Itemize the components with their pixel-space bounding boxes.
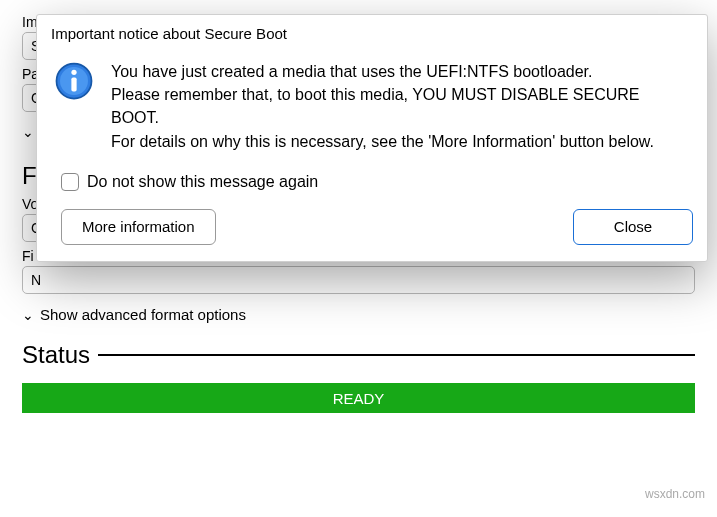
dialog-line1: You have just created a media that uses … xyxy=(111,63,592,80)
divider xyxy=(98,354,695,356)
file-system-value: N xyxy=(31,272,41,288)
status-bar: READY xyxy=(22,383,695,413)
close-label: Close xyxy=(614,218,652,235)
dialog-line3: For details on why this is necessary, se… xyxy=(111,133,654,150)
advanced-format-label: Show advanced format options xyxy=(40,306,246,323)
svg-rect-3 xyxy=(71,78,76,92)
svg-point-2 xyxy=(71,70,76,75)
format-options-heading: F xyxy=(22,162,37,190)
status-heading: Status xyxy=(22,341,90,369)
secure-boot-dialog: Important notice about Secure Boot You h… xyxy=(36,14,708,262)
dont-show-again-label: Do not show this message again xyxy=(87,173,318,191)
chevron-down-icon: ⌄ xyxy=(22,124,34,140)
dialog-line2: Please remember that, to boot this media… xyxy=(111,86,640,126)
dont-show-again-checkbox[interactable] xyxy=(61,173,79,191)
info-icon xyxy=(53,60,95,102)
status-heading-row: Status xyxy=(22,341,695,369)
more-information-label: More information xyxy=(82,218,195,235)
dialog-title: Important notice about Secure Boot xyxy=(37,15,707,50)
more-information-button[interactable]: More information xyxy=(61,209,216,245)
advanced-format-toggle[interactable]: ⌄ Show advanced format options xyxy=(22,306,695,323)
chevron-down-icon: ⌄ xyxy=(22,307,34,323)
close-button[interactable]: Close xyxy=(573,209,693,245)
dialog-message: You have just created a media that uses … xyxy=(111,60,687,153)
status-text: READY xyxy=(333,390,385,407)
file-system-dropdown[interactable]: N xyxy=(22,266,695,294)
watermark: wsxdn.com xyxy=(645,487,705,501)
